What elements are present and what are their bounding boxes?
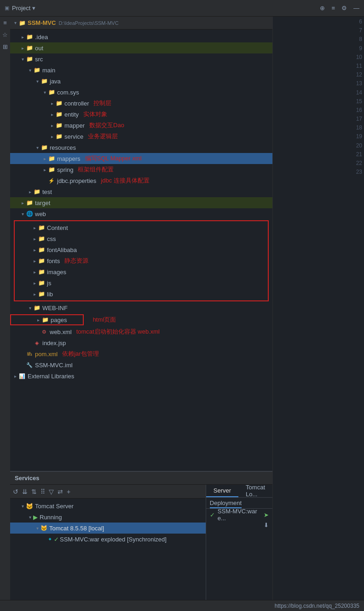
tree-item-pomxml[interactable]: ㎫ pom.xml 依赖jar包管理 (10, 348, 272, 359)
tree-item-mappers[interactable]: 📁 mappers 编写SQL Mapper xml (10, 153, 272, 164)
add-icon[interactable]: ⊕ (320, 5, 325, 12)
css-arrow[interactable] (31, 235, 38, 242)
tree-item-test[interactable]: 📁 test (10, 186, 272, 197)
tomcat-instance-arrow[interactable] (34, 525, 40, 531)
deploy-down-icon[interactable]: ⬇ (264, 522, 269, 529)
tree-item-controller[interactable]: 📁 controller 控制层 (10, 98, 272, 109)
structure-icon[interactable]: ⊞ (1, 42, 9, 51)
comsys-arrow[interactable] (41, 89, 48, 95)
src-arrow[interactable] (19, 56, 26, 62)
tree-item-images[interactable]: 📁 images (15, 266, 268, 277)
services-refresh-icon[interactable]: ↺ (13, 488, 18, 495)
deploy-sync-icon[interactable]: ➤ (264, 511, 269, 518)
service-arrow[interactable] (49, 133, 55, 140)
tree-item-entity[interactable]: 📁 entity 实体对象 (10, 109, 272, 120)
project-panel-icon[interactable]: ≡ (1, 18, 9, 27)
tab-server[interactable]: Server (206, 485, 238, 497)
services-filter-icon[interactable]: ▽ (49, 488, 54, 495)
services-link-icon[interactable]: ⇄ (58, 488, 63, 495)
tree-item-src[interactable]: 📁 src (10, 53, 272, 65)
left-panel-icons: ≡ ☆ ⊞ (0, 17, 10, 600)
deploy-action-row: ⬇ (206, 521, 272, 529)
test-arrow[interactable] (27, 188, 33, 195)
line-6: 6 (359, 18, 362, 26)
mappers-arrow[interactable] (41, 155, 48, 162)
services-war-exploded[interactable]: ✦ ✓ SSM-MVC:war exploded [Synchronized] (10, 534, 206, 545)
running-arrow[interactable] (27, 514, 33, 520)
fonts-arrow[interactable] (31, 258, 38, 264)
services-group-icon[interactable]: ⠿ (40, 488, 45, 495)
pages-arrow[interactable] (35, 317, 41, 323)
tree-item-out[interactable]: 📁 out (10, 42, 272, 53)
tree-item-pages[interactable]: 📁 pages (10, 314, 84, 325)
jdbc-annotation: jdbc 连接具体配置 (101, 176, 149, 185)
mapper-folder-icon: 📁 (55, 122, 63, 129)
tree-item-jdbc[interactable]: ⚡ jdbc.properties jdbc 连接具体配置 (10, 175, 272, 186)
bookmark-icon[interactable]: ☆ (1, 30, 9, 39)
tree-item-java[interactable]: 📁 java (10, 76, 272, 87)
tree-item-resources[interactable]: 📁 resources (10, 142, 272, 153)
tree-item-indexjsp[interactable]: ◈ index.jsp (10, 337, 272, 348)
tree-item-main[interactable]: 📁 main (10, 65, 272, 76)
extlib-arrow[interactable] (12, 373, 18, 379)
images-label: images (47, 269, 66, 276)
entity-label: entity (64, 111, 79, 118)
content-arrow[interactable] (31, 224, 38, 231)
minimize-icon[interactable]: — (353, 5, 359, 12)
tree-item-content[interactable]: 📁 Content (15, 222, 268, 233)
pom-annotation: 依赖jar包管理 (62, 350, 98, 358)
root-arrow[interactable] (12, 20, 18, 26)
tree-item-fontalibaba[interactable]: 📁 fontAlibaba (15, 244, 268, 255)
main-arrow[interactable] (27, 67, 33, 73)
services-running[interactable]: ▶ Running (10, 511, 206, 523)
tree-item-spring[interactable]: 📁 spring 框架组件配置 (10, 164, 272, 175)
tree-item-js[interactable]: 📁 js (15, 277, 268, 288)
lib-arrow[interactable] (31, 291, 38, 297)
tree-item-webxml[interactable]: ⚙ web.xml tomcat启动初始化容器 web.xml (10, 326, 272, 337)
services-tomcat-instance[interactable]: 🐱 Tomcat 8.5.58 [local] (10, 523, 206, 534)
web-arrow[interactable] (19, 211, 26, 217)
mapper-arrow[interactable] (49, 122, 55, 129)
services-sort-icon[interactable]: ⇅ (31, 488, 37, 495)
deployment-item: ✓ SSM-MVC:war e... ➤ (206, 509, 272, 521)
tree-item-extlib[interactable]: 📊 External Libraries (10, 370, 272, 382)
tree-item-mapper[interactable]: 📁 mapper 数据交互Dao (10, 120, 272, 131)
settings-icon[interactable]: ⚙ (341, 5, 347, 12)
tree-item-web[interactable]: 🌐 web (10, 208, 272, 219)
fontalibaba-arrow[interactable] (31, 247, 38, 253)
controller-arrow[interactable] (49, 100, 55, 106)
services-tomcat-server[interactable]: 🐱 Tomcat Server (10, 500, 206, 511)
deployment-tab[interactable]: Deployment (206, 498, 272, 509)
project-root[interactable]: 📁 SSM-MVC D:\IdeaProjects\SSM-MVC (10, 17, 272, 29)
target-arrow[interactable] (19, 200, 26, 206)
tree-item-target[interactable]: 📁 target (10, 197, 272, 208)
resources-arrow[interactable] (34, 144, 40, 151)
tree-item-idea[interactable]: 📁 .idea (10, 31, 272, 42)
tree-item-service[interactable]: 📁 service 业务逻辑层 (10, 131, 272, 142)
tree-item-css[interactable]: 📁 css (15, 233, 268, 244)
dropdown-arrow-icon[interactable]: ▾ (32, 5, 35, 12)
services-add-icon[interactable]: + (67, 488, 70, 495)
tomcat-server-arrow[interactable] (19, 503, 26, 509)
project-folder-icon: 📁 (18, 19, 26, 27)
out-arrow[interactable] (19, 45, 26, 51)
tree-item-webinf[interactable]: 📁 WEB-INF (10, 302, 272, 313)
jdbc-label: jdbc.properties (57, 177, 96, 184)
spring-arrow[interactable] (41, 166, 48, 173)
war-label: SSM-MVC:war exploded [Synchronized] (60, 536, 167, 543)
webinf-arrow[interactable] (27, 305, 33, 311)
tree-item-fonts[interactable]: 📁 fonts 静态资源 (15, 255, 268, 266)
java-arrow[interactable] (34, 78, 40, 84)
layout-icon[interactable]: ≡ (331, 5, 335, 12)
entity-arrow[interactable] (49, 111, 55, 118)
js-arrow[interactable] (31, 280, 38, 286)
tab-tomcat-log[interactable]: Tomcat Lo... (238, 485, 272, 497)
tree-item-iml[interactable]: 🔧 SSM-MVC.iml (10, 359, 272, 370)
services-toolbar: ↺ ⇊ ⇅ ⠿ ▽ ⇄ + (10, 485, 206, 499)
tree-item-comsys[interactable]: 📁 com.sys (10, 87, 272, 98)
services-collapse-all-icon[interactable]: ⇊ (22, 488, 28, 495)
tree-item-lib[interactable]: 📁 lib (15, 288, 268, 300)
images-arrow[interactable] (31, 269, 38, 275)
js-label: js (47, 280, 51, 287)
idea-arrow[interactable] (19, 34, 26, 40)
